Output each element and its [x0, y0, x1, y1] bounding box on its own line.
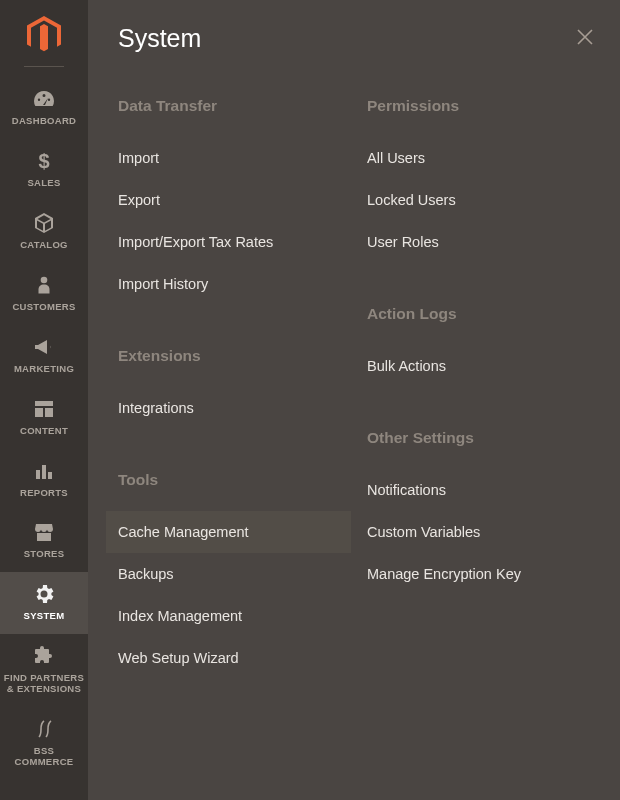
- nav-label: MARKETING: [14, 364, 74, 375]
- svg-rect-2: [36, 470, 40, 479]
- link-bulk-actions[interactable]: Bulk Actions: [355, 345, 600, 387]
- bss-icon: [32, 717, 56, 741]
- nav-bss[interactable]: BSSCOMMERCE: [0, 707, 88, 780]
- link-encryption-key[interactable]: Manage Encryption Key: [355, 553, 600, 595]
- svg-text:$: $: [38, 150, 49, 172]
- link-import-history[interactable]: Import History: [106, 263, 351, 305]
- link-all-users[interactable]: All Users: [355, 137, 600, 179]
- puzzle-icon: [32, 644, 56, 668]
- flyout-title: System: [118, 24, 201, 53]
- nav-label: BSSCOMMERCE: [15, 746, 74, 768]
- megaphone-icon: [32, 335, 56, 359]
- link-custom-variables[interactable]: Custom Variables: [355, 511, 600, 553]
- nav-system[interactable]: SYSTEM: [0, 572, 88, 634]
- nav-customers[interactable]: CUSTOMERS: [0, 263, 88, 325]
- link-index-management[interactable]: Index Management: [106, 595, 351, 637]
- nav-label: DASHBOARD: [12, 116, 76, 127]
- section-title: Action Logs: [367, 305, 600, 323]
- nav-label: FIND PARTNERS& EXTENSIONS: [4, 673, 84, 695]
- svg-rect-3: [42, 465, 46, 479]
- section-title: Extensions: [118, 347, 351, 365]
- magento-logo: [27, 16, 61, 54]
- link-backups[interactable]: Backups: [106, 553, 351, 595]
- close-icon: [576, 28, 594, 46]
- link-integrations[interactable]: Integrations: [106, 387, 351, 429]
- nav-label: STORES: [24, 549, 65, 560]
- flyout-col-left: Data Transfer Import Export Import/Expor…: [118, 97, 351, 721]
- link-locked-users[interactable]: Locked Users: [355, 179, 600, 221]
- admin-sidebar: DASHBOARD $ SALES CATALOG CUSTOMERS MARK…: [0, 0, 88, 800]
- nav-label: SYSTEM: [24, 611, 65, 622]
- store-icon: [32, 520, 56, 544]
- dollar-icon: $: [32, 149, 56, 173]
- section-title: Permissions: [367, 97, 600, 115]
- flyout-header: System: [118, 24, 600, 53]
- close-button[interactable]: [576, 28, 594, 50]
- gauge-icon: [32, 87, 56, 111]
- link-user-roles[interactable]: User Roles: [355, 221, 600, 263]
- bars-icon: [32, 459, 56, 483]
- nav-content[interactable]: CONTENT: [0, 387, 88, 449]
- link-tax-rates[interactable]: Import/Export Tax Rates: [106, 221, 351, 263]
- nav-label: CUSTOMERS: [12, 302, 75, 313]
- link-import[interactable]: Import: [106, 137, 351, 179]
- layout-icon: [32, 397, 56, 421]
- nav-label: CATALOG: [20, 240, 68, 251]
- flyout-col-right: Permissions All Users Locked Users User …: [367, 97, 600, 721]
- nav-dashboard[interactable]: DASHBOARD: [0, 77, 88, 139]
- link-cache-management[interactable]: Cache Management: [106, 511, 351, 553]
- section-title: Tools: [118, 471, 351, 489]
- system-flyout: System Data Transfer Import Export Impor…: [88, 0, 620, 800]
- nav-partners[interactable]: FIND PARTNERS& EXTENSIONS: [0, 634, 88, 707]
- nav-label: SALES: [27, 178, 60, 189]
- link-web-setup[interactable]: Web Setup Wizard: [106, 637, 351, 679]
- nav-marketing[interactable]: MARKETING: [0, 325, 88, 387]
- nav-label: CONTENT: [20, 426, 68, 437]
- link-export[interactable]: Export: [106, 179, 351, 221]
- gear-icon: [32, 582, 56, 606]
- person-icon: [32, 273, 56, 297]
- box-icon: [32, 211, 56, 235]
- svg-rect-4: [48, 472, 52, 479]
- nav-sales[interactable]: $ SALES: [0, 139, 88, 201]
- nav-catalog[interactable]: CATALOG: [0, 201, 88, 263]
- link-notifications[interactable]: Notifications: [355, 469, 600, 511]
- nav-reports[interactable]: REPORTS: [0, 449, 88, 511]
- nav-label: REPORTS: [20, 488, 68, 499]
- sidebar-separator: [24, 66, 64, 67]
- section-title: Data Transfer: [118, 97, 351, 115]
- svg-point-1: [41, 276, 48, 283]
- nav-stores[interactable]: STORES: [0, 510, 88, 572]
- section-title: Other Settings: [367, 429, 600, 447]
